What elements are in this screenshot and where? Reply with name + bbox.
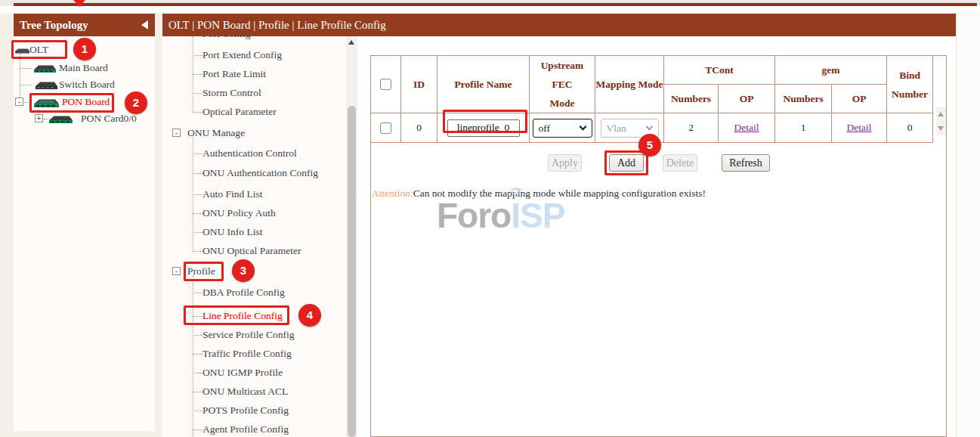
nav-item-pots-profile-config[interactable]: POTS Profile Config bbox=[162, 403, 346, 418]
board-device-icon bbox=[48, 114, 73, 124]
right-margin bbox=[957, 14, 980, 437]
tree-connector bbox=[20, 85, 32, 85]
row-select-cell bbox=[371, 113, 401, 143]
annotation-step-2: 2 bbox=[125, 91, 147, 114]
nav-item-authentication-control[interactable]: Authentication Control bbox=[162, 146, 346, 161]
chevron-down-icon bbox=[579, 122, 586, 130]
expand-plus-icon[interactable]: + bbox=[35, 114, 43, 122]
annotation-step-1: 1 bbox=[73, 38, 96, 60]
col-header-gem-numbers: Numbers bbox=[775, 85, 832, 113]
refresh-button[interactable]: Refresh bbox=[722, 154, 770, 172]
config-nav-tree: Port Config Port Extend Config Port Rate… bbox=[162, 36, 346, 437]
row-gem-op-cell: Detail bbox=[832, 113, 887, 143]
row-id: 0 bbox=[401, 113, 437, 143]
nav-item-onu-info-list[interactable]: ONU Info List bbox=[162, 225, 346, 240]
col-header-id: ID bbox=[401, 56, 437, 113]
annotation-box-1-olt bbox=[11, 40, 67, 59]
olt-web-ui: Tree Topology OLT | PON Board | Profile … bbox=[0, 0, 980, 437]
apply-button: Apply bbox=[548, 154, 582, 172]
breadcrumb-text: OLT | PON Board | Profile | Line Profile… bbox=[168, 19, 386, 31]
row-gem-numbers: 1 bbox=[775, 113, 832, 143]
delete-button: Delete bbox=[663, 154, 697, 172]
nav-item-onu-igmp-profile[interactable]: ONU IGMP Profile bbox=[162, 365, 346, 380]
nav-item-onu-optical-parameter[interactable]: ONU Optical Parameter bbox=[162, 243, 346, 259]
scroll-up-icon[interactable] bbox=[938, 112, 944, 116]
collapse-panel-icon[interactable] bbox=[141, 20, 148, 29]
annotation-arrow-down-icon bbox=[73, 0, 85, 7]
nav-item-traffic-profile-config[interactable]: Traffic Profile Config bbox=[162, 346, 346, 361]
annotation-box-2-pon-board bbox=[29, 93, 114, 113]
col-header-mapping-mode: Mapping Mode bbox=[595, 56, 664, 113]
annotation-step-5: 5 bbox=[638, 134, 661, 157]
collapse-minus-icon[interactable]: - bbox=[172, 129, 181, 137]
row-tcont-numbers: 2 bbox=[664, 113, 719, 143]
annotation-cutoff-line bbox=[14, 3, 977, 6]
board-device-icon bbox=[33, 64, 56, 73]
col-header-gem-op: OP bbox=[832, 85, 887, 113]
nav-item-agent-profile-config[interactable]: Agent Profile Config bbox=[162, 422, 346, 437]
select-all-checkbox[interactable] bbox=[380, 79, 391, 90]
scroll-up-icon[interactable] bbox=[346, 36, 357, 48]
annotation-step-4: 4 bbox=[298, 304, 321, 327]
nav-item-storm-control[interactable]: Storm Control bbox=[162, 85, 346, 101]
col-header-gem: gem bbox=[775, 56, 887, 85]
nav-item-port-config[interactable]: Port Config bbox=[162, 36, 346, 42]
tcont-detail-link[interactable]: Detail bbox=[734, 122, 759, 133]
col-header-upstream-fec-mode: Upstream FEC Mode bbox=[530, 56, 595, 113]
col-header-tcont-op: OP bbox=[719, 85, 775, 113]
tree-topology-title: Tree Topology bbox=[20, 19, 88, 31]
sidebar-item-pon-card[interactable]: + PON Card0/0 bbox=[14, 111, 150, 126]
col-header-profile-name: Profile Name bbox=[437, 56, 530, 113]
nav-item-service-profile-config[interactable]: Service Profile Config bbox=[162, 327, 346, 342]
attention-label: Attention: bbox=[372, 188, 413, 199]
annotation-box-3-profile bbox=[184, 262, 224, 281]
gem-detail-link[interactable]: Detail bbox=[847, 122, 872, 133]
row-checkbox[interactable] bbox=[380, 122, 391, 134]
nav-item-auto-find-list[interactable]: Auto Find List bbox=[162, 187, 346, 202]
top-gap bbox=[0, 6, 980, 14]
fec-mode-select[interactable]: off bbox=[533, 119, 592, 138]
nav-scrollbar-thumb[interactable] bbox=[348, 106, 356, 437]
collapse-minus-icon[interactable]: - bbox=[15, 98, 23, 106]
breadcrumb: OLT | PON Board | Profile | Line Profile… bbox=[162, 14, 956, 36]
annotation-box-profile-name-input bbox=[443, 110, 527, 133]
sidebar-item-main-board[interactable]: Main Board bbox=[14, 60, 150, 76]
main-panel-edge bbox=[956, 14, 957, 437]
row-tcont-op-cell: Detail bbox=[719, 113, 775, 143]
nav-item-optical-parameter[interactable]: Optical Parameter bbox=[162, 104, 346, 119]
annotation-box-4-line-profile-config bbox=[184, 305, 289, 325]
col-header-tcont: TCont bbox=[664, 56, 775, 85]
annotation-box-5-add-button bbox=[604, 150, 648, 175]
nav-item-onu-multicast-acl[interactable]: ONU Multicast ACL bbox=[162, 384, 346, 399]
sidebar-item-label: Main Board bbox=[59, 60, 108, 76]
row-fec-cell: off bbox=[530, 113, 595, 143]
annotation-step-3: 3 bbox=[232, 259, 255, 282]
sidebar-item-switch-board[interactable]: Switch Board bbox=[14, 77, 150, 92]
row-bind-number: 0 bbox=[887, 113, 933, 143]
chevron-down-icon bbox=[645, 122, 653, 130]
nav-item-dba-profile-config[interactable]: DBA Profile Config bbox=[162, 285, 346, 300]
scroll-down-icon[interactable] bbox=[938, 126, 944, 131]
nav-group-onu-manage[interactable]: -ONU Manage bbox=[162, 126, 346, 141]
tree-topology-header: Tree Topology bbox=[14, 14, 155, 36]
tree-connector bbox=[20, 68, 32, 69]
col-header-tcont-numbers: Numbers bbox=[664, 85, 719, 113]
nav-item-port-rate-limit[interactable]: Port Rate Limit bbox=[162, 67, 346, 82]
nav-item-onu-policy-auth[interactable]: ONU Policy Auth bbox=[162, 206, 346, 221]
sidebar-item-label: Switch Board bbox=[59, 77, 115, 92]
nav-item-port-extend-config[interactable]: Port Extend Config bbox=[162, 48, 346, 63]
select-all-header bbox=[371, 56, 401, 113]
col-header-bind-number: Bind Number bbox=[887, 56, 933, 113]
sidebar-item-label: PON Card0/0 bbox=[81, 111, 137, 126]
board-device-icon bbox=[35, 80, 57, 90]
nav-item-onu-authentication-config[interactable]: ONU Authentication Config bbox=[162, 166, 346, 181]
collapse-minus-icon[interactable]: - bbox=[172, 267, 181, 275]
foroisp-watermark: ForoISP bbox=[437, 195, 564, 236]
table-row-scrollbar[interactable] bbox=[936, 107, 946, 135]
